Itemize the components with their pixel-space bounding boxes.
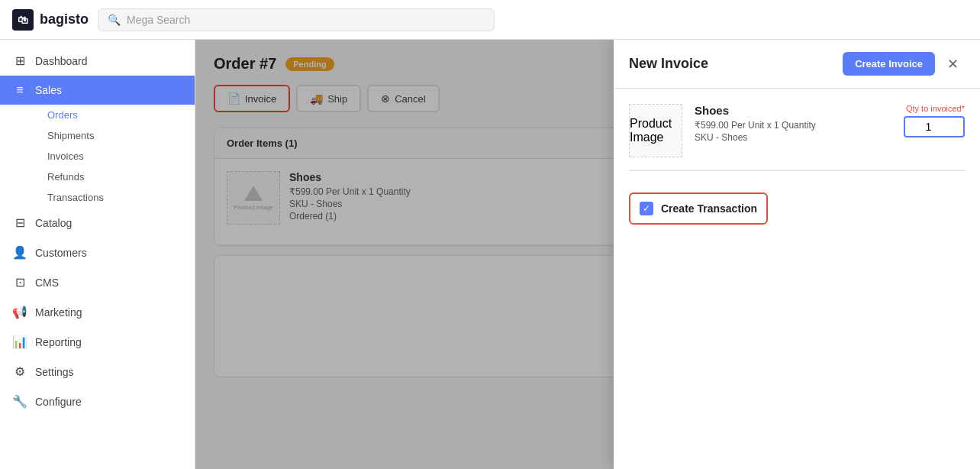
create-transaction-row[interactable]: ✓ Create Transaction: [629, 192, 768, 225]
cms-icon: ⊡: [12, 275, 27, 289]
modal-product-sku: SKU - Shoes: [695, 132, 891, 143]
sidebar-item-dashboard[interactable]: ⊞ Dashboard: [0, 46, 195, 76]
sidebar-item-cms[interactable]: ⊡ CMS: [0, 267, 195, 297]
modal-panel: New Invoice Create Invoice ✕ Product Ima…: [614, 40, 980, 469]
qty-input[interactable]: [904, 116, 965, 137]
customers-icon: 👤: [12, 245, 27, 260]
create-transaction-container: ✓ Create Transaction: [629, 180, 965, 225]
search-bar[interactable]: 🔍 Mega Search: [98, 8, 495, 31]
sidebar-sub-orders[interactable]: Orders: [35, 105, 195, 125]
create-transaction-label: Create Transaction: [661, 202, 757, 215]
logo-icon: 🛍: [12, 9, 34, 31]
catalog-icon: ⊟: [12, 215, 27, 230]
marketing-icon: 📢: [12, 305, 27, 319]
modal-product-image: Product Image: [629, 104, 682, 157]
logo-area: 🛍 bagisto: [12, 9, 89, 31]
modal-header: New Invoice Create Invoice ✕: [614, 40, 980, 89]
modal-qty-section: Qty to invoiced*: [904, 104, 965, 137]
sidebar-sub-refunds[interactable]: Refunds: [35, 167, 195, 187]
sales-icon: ≡: [12, 83, 27, 97]
modal-close-button[interactable]: ✕: [941, 53, 965, 76]
main-layout: ⊞ Dashboard ≡ Sales Orders Shipments Inv…: [0, 40, 980, 469]
modal-img-label: Product Image: [630, 117, 682, 144]
sidebar-item-reporting[interactable]: 📊 Reporting: [0, 327, 195, 357]
sidebar-item-label: Reporting: [35, 336, 82, 348]
logo-text: bagisto: [40, 11, 89, 27]
sidebar-item-catalog[interactable]: ⊟ Catalog: [0, 208, 195, 238]
search-placeholder: Mega Search: [127, 14, 190, 26]
top-header: 🛍 bagisto 🔍 Mega Search: [0, 0, 980, 40]
modal-product-details: Shoes ₹599.00 Per Unit x 1 Quantity SKU …: [695, 104, 891, 143]
sidebar-sub-transactions[interactable]: Transactions: [35, 187, 195, 208]
sidebar-item-label: Customers: [35, 247, 87, 259]
create-transaction-checkbox[interactable]: ✓: [640, 202, 653, 215]
sidebar-item-label: Dashboard: [35, 55, 88, 67]
sidebar-item-label: Catalog: [35, 217, 72, 229]
sidebar-item-marketing[interactable]: 📢 Marketing: [0, 297, 195, 327]
modal-overlay: New Invoice Create Invoice ✕ Product Ima…: [195, 40, 980, 469]
sidebar-item-label: Configure: [35, 396, 82, 408]
modal-product-name: Shoes: [695, 104, 891, 117]
content-area: Order #7 Pending 📄 Invoice 🚚 Ship ⊗ Canc…: [195, 40, 980, 469]
configure-icon: 🔧: [12, 394, 27, 409]
qty-required: *: [962, 104, 965, 113]
sidebar: ⊞ Dashboard ≡ Sales Orders Shipments Inv…: [0, 40, 195, 469]
sidebar-item-settings[interactable]: ⚙ Settings: [0, 357, 195, 387]
sidebar-item-label: Marketing: [35, 306, 82, 319]
sidebar-item-label: Settings: [35, 366, 74, 378]
sidebar-sub-invoices[interactable]: Invoices: [35, 146, 195, 167]
settings-icon: ⚙: [12, 364, 27, 379]
search-icon: 🔍: [108, 14, 121, 26]
sidebar-sub-menu: Orders Shipments Invoices Refunds Transa…: [0, 105, 195, 208]
sidebar-item-configure[interactable]: 🔧 Configure: [0, 387, 195, 416]
modal-body: Product Image Shoes ₹599.00 Per Unit x 1…: [614, 89, 980, 469]
sidebar-item-label: CMS: [35, 277, 59, 289]
modal-product-price: ₹599.00 Per Unit x 1 Quantity: [695, 120, 891, 131]
modal-header-actions: Create Invoice ✕: [843, 52, 965, 76]
modal-qty-label: Qty to invoiced*: [906, 104, 965, 113]
sidebar-item-sales[interactable]: ≡ Sales: [0, 76, 195, 105]
modal-product-row: Product Image Shoes ₹599.00 Per Unit x 1…: [629, 104, 965, 170]
sidebar-item-customers[interactable]: 👤 Customers: [0, 238, 195, 267]
modal-title: New Invoice: [629, 56, 708, 72]
close-icon: ✕: [947, 57, 959, 72]
create-invoice-button[interactable]: Create Invoice: [843, 52, 935, 76]
dashboard-icon: ⊞: [12, 53, 27, 68]
sidebar-item-label: Sales: [35, 84, 62, 96]
sidebar-sub-shipments[interactable]: Shipments: [35, 125, 195, 146]
reporting-icon: 📊: [12, 335, 27, 349]
modal-separator: [629, 170, 965, 171]
